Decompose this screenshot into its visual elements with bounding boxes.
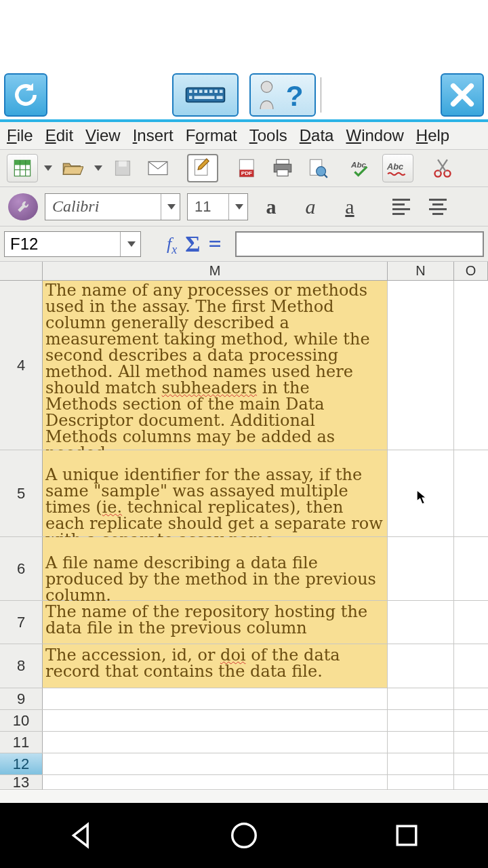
cell-n11[interactable] (388, 732, 454, 753)
menu-data[interactable]: Data (300, 126, 334, 145)
font-size-dropdown[interactable] (228, 194, 247, 220)
cell-m8[interactable]: The accession, id, or doi of the data re… (43, 644, 388, 688)
row-header-8[interactable]: 8 (0, 644, 43, 688)
column-header-n[interactable]: N (388, 262, 454, 280)
row-header-12[interactable]: 12 (0, 753, 43, 774)
svg-text:?: ? (286, 80, 304, 112)
styles-button[interactable] (8, 193, 38, 220)
cell-o4[interactable] (454, 281, 488, 450)
cell-m10[interactable] (43, 710, 388, 731)
cell-m12[interactable] (43, 753, 388, 774)
font-name-dropdown[interactable] (161, 194, 180, 220)
font-name-combo[interactable] (45, 193, 180, 220)
cell-o10[interactable] (454, 710, 488, 731)
italic-button[interactable]: a (294, 192, 327, 222)
cell-o5[interactable] (454, 450, 488, 536)
save-button[interactable] (107, 154, 138, 182)
keyboard-button[interactable] (172, 73, 239, 117)
font-size-combo[interactable] (187, 193, 248, 220)
menu-view[interactable]: View (85, 126, 121, 145)
row-header-11[interactable]: 11 (0, 732, 43, 753)
column-header-m[interactable]: M (43, 262, 388, 280)
new-doc-button[interactable] (7, 154, 38, 182)
row-header-13[interactable]: 13 (0, 775, 43, 789)
select-all-corner[interactable] (0, 262, 43, 280)
cell-m7[interactable]: The name of the repository hosting the d… (43, 601, 388, 644)
help-button[interactable]: ? (249, 73, 316, 117)
align-center-button[interactable] (423, 192, 453, 222)
refresh-icon (11, 80, 41, 110)
cell-o8[interactable] (454, 644, 488, 688)
pdf-export-button[interactable]: PDF (232, 154, 263, 182)
open-button[interactable] (57, 154, 88, 182)
column-headers: M N O (0, 262, 488, 281)
column-header-o[interactable]: O (454, 262, 488, 280)
formula-input[interactable] (235, 231, 484, 257)
align-left-button[interactable] (386, 192, 416, 222)
nav-recent-button[interactable] (391, 820, 422, 851)
svg-rect-36 (397, 826, 416, 845)
spreadsheet-grid[interactable]: M N O 4 The name of any processes or met… (0, 262, 488, 791)
cell-o6[interactable] (454, 537, 488, 600)
menu-tools[interactable]: Tools (249, 126, 287, 145)
print-preview-button[interactable] (302, 154, 333, 182)
open-dropdown[interactable] (92, 165, 103, 171)
cell-n8[interactable] (388, 644, 454, 688)
formula-button[interactable]: = (208, 231, 221, 257)
row-header-5[interactable]: 5 (0, 450, 43, 536)
row-header-6[interactable]: 6 (0, 537, 43, 600)
close-button[interactable] (441, 73, 484, 117)
cell-n9[interactable] (388, 688, 454, 709)
menu-file[interactable]: File (7, 126, 33, 145)
font-name-input[interactable] (45, 195, 161, 218)
bold-button[interactable]: a (255, 192, 287, 222)
row-11: 11 (0, 732, 488, 753)
row-header-10[interactable]: 10 (0, 710, 43, 731)
row-header-7[interactable]: 7 (0, 601, 43, 644)
refresh-button[interactable] (4, 73, 47, 117)
cell-reference-input[interactable] (5, 232, 120, 256)
cell-o9[interactable] (454, 688, 488, 709)
function-wizard-button[interactable] (167, 234, 177, 254)
cell-reference-dropdown[interactable] (120, 232, 140, 256)
svg-rect-9 (195, 96, 215, 100)
cell-m13[interactable] (43, 775, 388, 789)
font-size-input[interactable] (188, 195, 228, 218)
new-doc-dropdown[interactable] (42, 165, 53, 171)
cell-n7[interactable] (388, 601, 454, 644)
svg-rect-25 (277, 159, 289, 164)
cell-o13[interactable] (454, 775, 488, 789)
menu-help[interactable]: Help (416, 126, 449, 145)
cell-o7[interactable] (454, 601, 488, 644)
sum-button[interactable]: Σ (185, 231, 200, 257)
cell-m11[interactable] (43, 732, 388, 753)
nav-back-button[interactable] (66, 820, 97, 851)
cut-button[interactable] (427, 154, 458, 182)
email-button[interactable] (142, 154, 174, 182)
cell-reference-combo[interactable] (4, 231, 141, 257)
edit-mode-button[interactable] (187, 154, 218, 182)
folder-open-icon (62, 159, 83, 178)
cell-m5[interactable]: A unique identifier for the assay, if th… (43, 450, 388, 536)
cell-n10[interactable] (388, 710, 454, 731)
menu-window[interactable]: Window (346, 126, 403, 145)
cell-m4[interactable]: The name of any processes or methods use… (43, 281, 388, 450)
cell-n6[interactable] (388, 537, 454, 600)
cell-o12[interactable] (454, 753, 488, 774)
row-header-9[interactable]: 9 (0, 688, 43, 709)
row-header-4[interactable]: 4 (0, 281, 43, 450)
cell-n4[interactable] (388, 281, 454, 450)
nav-home-button[interactable] (228, 820, 260, 851)
menu-edit[interactable]: Edit (45, 126, 73, 145)
menu-format[interactable]: Format (186, 126, 237, 145)
cell-n12[interactable] (388, 753, 454, 774)
spell-button[interactable]: Abc (382, 154, 413, 182)
print-button[interactable] (267, 154, 298, 182)
cell-o11[interactable] (454, 732, 488, 753)
cell-m9[interactable] (43, 688, 388, 709)
cell-n13[interactable] (388, 775, 454, 789)
autospell-button[interactable]: Abc (347, 154, 378, 182)
underline-button[interactable]: a (333, 192, 366, 222)
cell-m6[interactable]: A file name describing a data file produ… (43, 537, 388, 600)
menu-insert[interactable]: Insert (133, 126, 174, 145)
